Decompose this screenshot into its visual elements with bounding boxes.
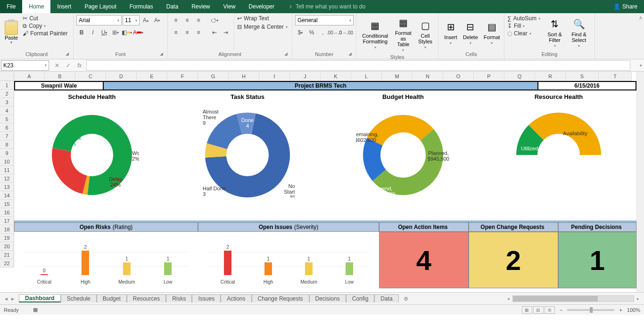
clear-button[interactable]: ◌Clear▾ bbox=[507, 30, 540, 37]
row-header[interactable]: 10 bbox=[0, 157, 14, 166]
cancel-formula-icon[interactable]: ✕ bbox=[55, 62, 59, 69]
row-header[interactable]: 8 bbox=[0, 140, 14, 149]
select-all-corner[interactable] bbox=[0, 72, 14, 81]
sheet-nav-prev-icon[interactable]: ◂ bbox=[5, 295, 8, 302]
macro-record-icon[interactable]: ▦ bbox=[33, 307, 38, 313]
fill-button[interactable]: ↧Fill▾ bbox=[507, 23, 540, 29]
column-header[interactable]: F bbox=[167, 72, 198, 81]
column-header[interactable]: H bbox=[229, 72, 259, 81]
column-header[interactable]: S bbox=[566, 72, 599, 81]
row-header[interactable]: 13 bbox=[0, 183, 14, 191]
sheet-tab-dashboard[interactable]: Dashboard bbox=[19, 294, 61, 302]
grow-font-button[interactable]: A▴ bbox=[140, 15, 151, 25]
copy-button[interactable]: ⧉Copy▾ bbox=[23, 23, 67, 29]
column-header[interactable]: G bbox=[198, 72, 229, 81]
column-header[interactable]: J bbox=[290, 72, 321, 81]
ribbon-tab-file[interactable]: File bbox=[0, 0, 22, 13]
row-header[interactable]: 15 bbox=[0, 200, 14, 208]
collapse-ribbon-icon[interactable]: ∧ bbox=[639, 15, 642, 20]
wrap-text-button[interactable]: ↩Wrap Text bbox=[237, 15, 289, 22]
font-launcher[interactable]: ◢ bbox=[160, 51, 165, 57]
column-header[interactable]: B bbox=[45, 72, 75, 81]
sheet-tab-budget[interactable]: Budget bbox=[97, 294, 127, 302]
format-cells-button[interactable]: ▤Format▾ bbox=[481, 15, 503, 50]
formula-input[interactable] bbox=[86, 60, 630, 71]
align-middle-button[interactable]: ≡ bbox=[182, 15, 192, 25]
vertical-scrollbar[interactable] bbox=[636, 72, 644, 292]
row-header[interactable]: 20 bbox=[0, 242, 14, 251]
normal-view-button[interactable]: ▦ bbox=[522, 306, 532, 314]
autosum-button[interactable]: ∑AutoSum▾ bbox=[507, 15, 540, 22]
cell-styles-button[interactable]: ▢Cell Styles▾ bbox=[415, 15, 435, 53]
zoom-in-button[interactable]: + bbox=[619, 307, 622, 313]
align-top-button[interactable]: ≡ bbox=[171, 15, 181, 25]
column-header[interactable]: E bbox=[137, 72, 167, 81]
row-header[interactable]: 18 bbox=[0, 225, 14, 234]
row-header[interactable]: 16 bbox=[0, 208, 14, 217]
sheet-tab-decisions[interactable]: Decisions bbox=[309, 294, 346, 302]
sheet-tab-issues[interactable]: Issues bbox=[192, 294, 221, 302]
name-box[interactable]: K23▾ bbox=[1, 60, 49, 71]
ribbon-tab-view[interactable]: View bbox=[217, 0, 242, 13]
column-header[interactable]: T bbox=[599, 72, 632, 81]
zoom-level[interactable]: 100% bbox=[627, 307, 640, 313]
ribbon-tab-data[interactable]: Data bbox=[160, 0, 185, 13]
sheet-tab-resources[interactable]: Resources bbox=[127, 294, 166, 302]
shrink-font-button[interactable]: A▾ bbox=[152, 15, 162, 25]
ribbon-tab-developer[interactable]: Developer bbox=[242, 0, 281, 13]
zoom-out-button[interactable]: − bbox=[560, 307, 562, 313]
conditional-formatting-button[interactable]: ▦Conditional Formatting▾ bbox=[359, 15, 391, 53]
row-header[interactable]: 4 bbox=[0, 106, 14, 115]
ribbon-tab-insert[interactable]: Insert bbox=[50, 0, 78, 13]
column-header[interactable]: D bbox=[106, 72, 137, 81]
accounting-format-button[interactable]: $▾ bbox=[295, 27, 305, 38]
indent-button[interactable]: ⇥ bbox=[221, 27, 231, 38]
column-header[interactable]: Q bbox=[504, 72, 535, 81]
font-color-button[interactable]: A▾ bbox=[133, 27, 143, 38]
sheet-tab-change-requests[interactable]: Change Requests bbox=[252, 294, 309, 302]
page-layout-view-button[interactable]: ▤ bbox=[533, 306, 544, 314]
column-header[interactable]: C bbox=[75, 72, 106, 81]
number-launcher[interactable]: ◢ bbox=[348, 51, 354, 57]
format-painter-button[interactable]: 🖌Format Painter bbox=[23, 30, 67, 37]
row-header[interactable]: 2 bbox=[0, 90, 14, 98]
insert-cells-button[interactable]: ⊞Insert▾ bbox=[441, 15, 460, 50]
row-header[interactable]: 22 bbox=[0, 259, 14, 268]
sheet-tab-actions[interactable]: Actions bbox=[221, 294, 251, 302]
find-select-button[interactable]: 🔍Find & Select▾ bbox=[566, 15, 592, 50]
italic-button[interactable]: I bbox=[88, 27, 98, 38]
orientation-button[interactable]: ⭯▾ bbox=[209, 15, 220, 25]
percent-format-button[interactable]: % bbox=[306, 27, 317, 38]
page-break-view-button[interactable]: ⊞ bbox=[545, 306, 555, 314]
align-right-button[interactable]: ≡ bbox=[193, 27, 204, 38]
ribbon-tab-formulas[interactable]: Formulas bbox=[123, 0, 160, 13]
clipboard-launcher[interactable]: ◢ bbox=[66, 51, 71, 57]
fx-icon[interactable]: fx bbox=[77, 62, 82, 69]
row-header[interactable]: 6 bbox=[0, 123, 14, 132]
column-header[interactable]: M bbox=[382, 72, 413, 81]
worksheet-grid[interactable]: ABCDEFGHIJKLMNOPQRST 1234567891011121314… bbox=[0, 72, 644, 292]
ribbon-tab-review[interactable]: Review bbox=[185, 0, 216, 13]
column-header[interactable]: I bbox=[259, 72, 290, 81]
row-header[interactable]: 11 bbox=[0, 166, 14, 174]
row-header[interactable]: 7 bbox=[0, 132, 14, 140]
column-header[interactable]: A bbox=[14, 72, 45, 81]
outdent-button[interactable]: ⇤ bbox=[209, 27, 220, 38]
row-header[interactable]: 17 bbox=[0, 217, 14, 225]
font-size-select[interactable]: 11▾ bbox=[123, 15, 140, 25]
bold-button[interactable]: B bbox=[76, 27, 87, 38]
font-name-select[interactable]: Arial▾ bbox=[76, 15, 122, 25]
column-header[interactable]: R bbox=[535, 72, 566, 81]
column-headers[interactable]: ABCDEFGHIJKLMNOPQRST bbox=[14, 72, 636, 81]
align-left-button[interactable]: ≡ bbox=[171, 27, 181, 38]
borders-button[interactable]: ⊞▾ bbox=[110, 27, 121, 38]
sort-filter-button[interactable]: ⇅Sort & Filter▾ bbox=[543, 15, 566, 50]
row-header[interactable]: 1 bbox=[0, 81, 14, 90]
number-format-select[interactable]: General▾ bbox=[295, 15, 354, 25]
row-header[interactable]: 9 bbox=[0, 149, 14, 157]
ribbon-tab-page-layout[interactable]: Page Layout bbox=[78, 0, 123, 13]
row-header[interactable]: 19 bbox=[0, 234, 14, 242]
share-button[interactable]: 👤 Share bbox=[607, 0, 644, 13]
sheet-tab-risks[interactable]: Risks bbox=[166, 294, 192, 302]
row-header[interactable]: 21 bbox=[0, 251, 14, 259]
